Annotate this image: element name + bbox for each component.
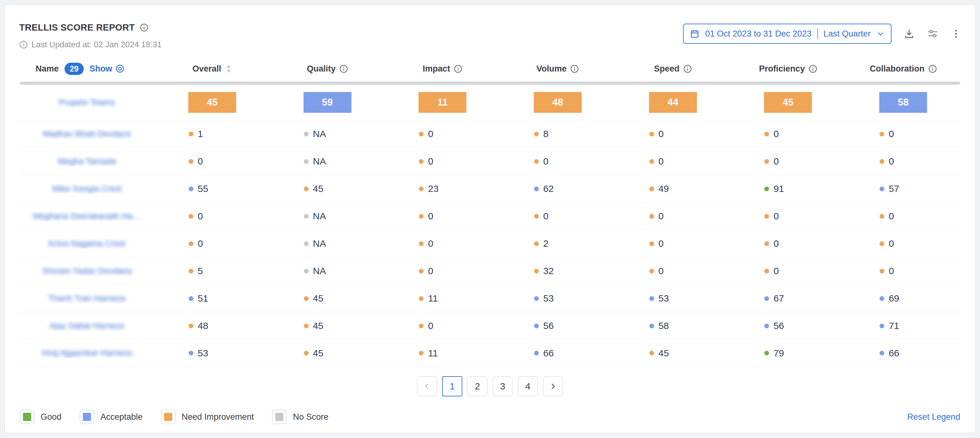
column-header-label: Impact xyxy=(423,64,450,74)
row-name-link[interactable]: Propelo Teams xyxy=(19,98,154,107)
score-value: 57 xyxy=(889,183,899,194)
score-status-dot xyxy=(189,269,193,274)
download-icon xyxy=(904,28,915,40)
score-status-dot xyxy=(880,186,884,191)
score-value: 69 xyxy=(889,293,899,304)
score-status-dot xyxy=(534,351,539,355)
score-badge: 45 xyxy=(764,92,812,113)
row-name-link[interactable]: Ajay Sabat Harness xyxy=(19,321,154,331)
legend-swatch xyxy=(161,409,175,424)
title-info-icon[interactable] xyxy=(140,23,148,32)
score-value-group: 5 xyxy=(189,266,236,276)
row-name-link[interactable]: Krina Nagama Crest xyxy=(19,239,154,248)
show-names-toggle[interactable]: Show xyxy=(89,64,125,74)
score-value: 0 xyxy=(773,129,779,139)
score-value: 71 xyxy=(889,320,899,331)
settings-sliders-button[interactable] xyxy=(927,28,939,40)
score-cell: 0 xyxy=(615,238,730,249)
score-value-group: 11 xyxy=(419,348,466,358)
score-value: 0 xyxy=(428,238,433,249)
score-status-dot xyxy=(304,241,309,246)
score-status-dot xyxy=(880,351,884,355)
score-cell: 0 xyxy=(154,211,270,221)
score-cell: 69 xyxy=(846,293,961,304)
score-value: 11 xyxy=(428,293,438,304)
download-button[interactable] xyxy=(904,28,915,40)
score-value-group: 0 xyxy=(880,266,927,276)
score-value: 45 xyxy=(313,320,323,331)
column-header-speed[interactable]: Speed xyxy=(615,64,730,74)
column-header-label: Speed xyxy=(654,64,679,74)
row-name-link[interactable]: Thanh Tran Harness xyxy=(19,294,154,303)
horizontal-scrollbar[interactable] xyxy=(20,81,960,85)
score-status-dot xyxy=(304,269,309,274)
score-value-group: 67 xyxy=(764,293,811,304)
row-name-link[interactable]: Madhav Bhatt Devdans xyxy=(19,129,154,139)
row-name-link[interactable]: Megha Tamada xyxy=(19,157,154,166)
score-status-dot xyxy=(649,132,654,137)
column-header-volume[interactable]: Volume xyxy=(500,64,615,74)
date-range-picker[interactable]: 01 Oct 2023 to 31 Dec 2023 Last Quarter xyxy=(683,24,891,44)
pagination-next-button[interactable] xyxy=(543,376,563,397)
score-value-group: 0 xyxy=(649,266,697,276)
name-header-label: Name xyxy=(36,64,59,74)
score-status-dot xyxy=(304,186,309,191)
score-status-dot xyxy=(764,269,769,274)
reset-legend-link[interactable]: Reset Legend xyxy=(907,412,960,422)
score-cell: 8 xyxy=(500,129,615,139)
score-value-group: 0 xyxy=(880,238,927,249)
kebab-menu-button[interactable] xyxy=(951,29,961,39)
score-cell: 45 xyxy=(270,293,385,304)
name-count-badge: 29 xyxy=(65,63,84,75)
column-header-proficiency[interactable]: Proficiency xyxy=(730,64,846,74)
pagination-page-4[interactable]: 4 xyxy=(518,376,538,397)
score-value-group: 62 xyxy=(534,183,581,194)
pagination-page-1[interactable]: 1 xyxy=(442,376,462,397)
score-status-dot xyxy=(649,296,654,301)
legend-label: No Score xyxy=(293,412,328,422)
score-cell: NA xyxy=(270,266,385,276)
score-status-dot xyxy=(419,186,423,191)
score-value: 58 xyxy=(659,320,669,331)
score-status-dot xyxy=(764,323,769,328)
legend-swatch xyxy=(272,409,286,424)
table-row: Ajay Sabat Harness4845056585671 xyxy=(19,312,961,339)
row-name-link[interactable]: Shivam Yadav Devdans xyxy=(19,266,154,276)
table-row: Krina Nagama Crest0NA02000 xyxy=(19,230,961,257)
row-name-text: Krina Nagama Crest xyxy=(48,239,126,248)
column-header-overall[interactable]: Overall xyxy=(154,64,270,74)
legend-item-acceptable[interactable]: Acceptable xyxy=(80,409,143,424)
pagination-prev-button[interactable] xyxy=(417,376,437,397)
score-status-dot xyxy=(764,351,769,355)
score-cell: 0 xyxy=(385,129,500,139)
legend-item-need-improvement[interactable]: Need Improvement xyxy=(161,409,254,424)
last-updated-info-icon xyxy=(19,40,28,49)
row-name-link[interactable]: Mike Songia Crest xyxy=(19,184,154,194)
score-status-dot xyxy=(764,132,769,137)
score-cell: 58 xyxy=(615,320,730,331)
score-value: NA xyxy=(313,129,326,139)
score-value-group: 0 xyxy=(534,156,581,167)
score-status-dot xyxy=(649,159,654,164)
row-name-link[interactable]: Meghana Deerakanath Ha… xyxy=(19,212,154,221)
score-value-group: 0 xyxy=(419,238,466,249)
score-value: 0 xyxy=(198,238,203,249)
score-value: 45 xyxy=(313,293,323,304)
score-value-group: 79 xyxy=(764,348,811,358)
score-value: 56 xyxy=(773,320,784,331)
column-header-impact[interactable]: Impact xyxy=(385,64,500,74)
column-header-collaboration[interactable]: Collaboration xyxy=(846,64,961,74)
legend-item-good[interactable]: Good xyxy=(20,409,61,424)
score-value-group: 0 xyxy=(649,211,697,221)
legend-item-no-score[interactable]: No Score xyxy=(272,409,328,424)
column-header-quality[interactable]: Quality xyxy=(270,64,385,74)
pagination-page-2[interactable]: 2 xyxy=(467,376,487,397)
row-name-link[interactable]: Viraj Ajgaonkar Harness xyxy=(19,348,154,358)
score-cell: 45 xyxy=(270,183,385,194)
score-value: 51 xyxy=(198,293,208,304)
score-status-dot xyxy=(419,296,423,301)
score-status-dot xyxy=(880,159,884,164)
score-cell: 32 xyxy=(500,266,615,276)
pagination-page-3[interactable]: 3 xyxy=(493,376,513,397)
score-cell: 53 xyxy=(615,293,730,304)
